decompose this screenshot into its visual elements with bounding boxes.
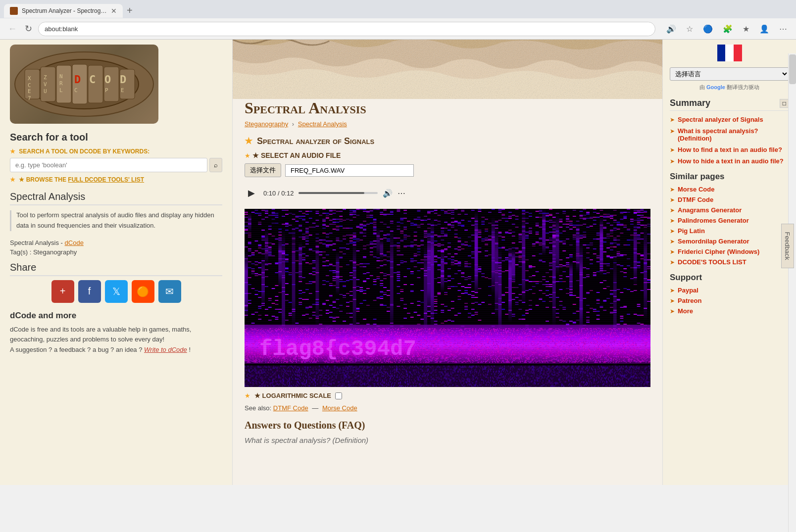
svg-rect-3: [41, 67, 55, 101]
scrollbar-thumb[interactable]: [789, 54, 796, 84]
read-aloud-icon[interactable]: 🔊: [663, 22, 679, 36]
svg-text:U: U: [44, 88, 47, 95]
profile-circle-icon[interactable]: 🔵: [700, 22, 716, 36]
dcode-link[interactable]: dCode: [65, 239, 84, 246]
tab-favicon: [10, 7, 18, 15]
file-name-display: FREQ_FLAG.WAV: [285, 164, 414, 177]
svg-text:X: X: [28, 75, 31, 82]
support-link-2[interactable]: More: [678, 307, 693, 315]
similar-item-0: ➤Morse Code: [670, 186, 789, 193]
browse-full-list-link[interactable]: full dCode tools' list: [68, 176, 144, 183]
similar-item-6: ➤Friderici Cipher (Windows): [670, 248, 789, 255]
refresh-button[interactable]: ↻: [23, 21, 34, 36]
support-arrow: ➤: [670, 287, 675, 294]
share-email-button[interactable]: ✉: [158, 280, 181, 303]
extensions-icon[interactable]: 🧩: [720, 22, 736, 36]
svg-text:P: P: [105, 87, 108, 94]
breadcrumb-separator: ›: [292, 120, 294, 128]
search-section-title: Search for a tool: [10, 132, 222, 143]
language-select[interactable]: 选择语言: [670, 67, 789, 81]
new-tab-button[interactable]: +: [123, 3, 137, 18]
more-options-button[interactable]: ⋯: [398, 189, 405, 198]
svg-text:7: 7: [28, 95, 31, 101]
summary-item-0: ➤Spectral analyzer of Signals: [670, 116, 789, 123]
search-button[interactable]: ⌕: [209, 158, 222, 172]
search-input[interactable]: [10, 158, 207, 172]
page-title: Spectral Analysis: [245, 99, 650, 117]
see-also-separator: —: [312, 404, 318, 412]
similar-item-5: ➤Semordnilap Generator: [670, 238, 789, 245]
log-scale-row: ★ ★ Logarithmic scale: [245, 392, 650, 399]
similar-link-7[interactable]: DCODE'S TOOLS LIST: [678, 258, 746, 266]
address-bar: ← ↻ 🔊 ☆ 🔵 🧩 ★ 👤 ⋯: [0, 18, 796, 39]
see-also-dtmf-link[interactable]: DTMF Code: [273, 404, 308, 412]
similar-arrow: ➤: [670, 248, 675, 255]
file-select-label: ★ ★ Select an audio file: [245, 151, 650, 159]
similar-link-3[interactable]: Palindromes Generator: [678, 217, 749, 224]
audio-player: ▶ 0:10 / 0:12 🔊 ⋯: [245, 183, 650, 203]
favorites-icon[interactable]: ☆: [683, 22, 696, 36]
dcode-desc-end: !: [189, 346, 191, 353]
volume-button[interactable]: 🔊: [383, 189, 393, 198]
tool-section-title: ★ Spectral analyzer of Signals: [245, 136, 650, 146]
description-block: Tool to perform spectral analysis of aud…: [10, 210, 222, 231]
search-label-text: SEARCH A TOOL ON DCODE BY KEYWORDS:: [19, 148, 149, 155]
tab-close-button[interactable]: ✕: [111, 7, 117, 15]
faq-question-1: What is spectral analysis? (Definition): [245, 436, 650, 444]
similar-item-2: ➤Anagrams Generator: [670, 206, 789, 214]
share-add-button[interactable]: +: [51, 280, 74, 303]
summary-link-3[interactable]: How to hide a text in an audio file?: [678, 157, 784, 165]
support-link-1[interactable]: Patreon: [678, 297, 701, 304]
summary-item-2: ➤How to find a text in an audio file?: [670, 146, 789, 153]
svg-text:E: E: [28, 88, 31, 95]
google-translate-suffix: 翻译强力驱动: [727, 84, 759, 90]
user-icon[interactable]: 👤: [756, 22, 772, 36]
progress-bar[interactable]: [298, 192, 378, 194]
share-twitter-button[interactable]: 𝕏: [105, 280, 128, 303]
back-button[interactable]: ←: [6, 22, 19, 36]
menu-icon[interactable]: ⋯: [776, 22, 790, 36]
similar-link-2[interactable]: Anagrams Generator: [678, 206, 742, 214]
share-reddit-button[interactable]: 🟠: [132, 280, 154, 303]
share-facebook-button[interactable]: f: [78, 280, 101, 303]
star-icon: ★: [10, 148, 15, 155]
breadcrumb: Steganography › Spectral Analysis: [245, 120, 650, 128]
play-button[interactable]: ▶: [245, 186, 258, 200]
spectrogram-canvas: [245, 209, 650, 387]
svg-text:D: D: [74, 73, 81, 86]
browse-text: ★ Browse the: [19, 176, 66, 183]
summary-arrow: ➤: [670, 116, 675, 123]
breadcrumb-steganography-link[interactable]: Steganography: [245, 120, 288, 128]
address-input[interactable]: [38, 22, 655, 36]
similar-link-4[interactable]: Pig Latin: [678, 227, 705, 235]
similar-link-6[interactable]: Friderici Cipher (Windows): [678, 248, 759, 255]
similar-item-7: ➤DCODE'S TOOLS LIST: [670, 258, 789, 266]
log-scale-checkbox[interactable]: [335, 392, 342, 399]
file-select-text: ★ Select an audio file: [252, 151, 341, 159]
svg-text:C: C: [89, 73, 96, 86]
support-link-0[interactable]: Paypal: [678, 287, 698, 294]
active-tab[interactable]: Spectrum Analyzer - Spectrogran... ✕: [4, 4, 123, 18]
choose-file-button[interactable]: 选择文件: [245, 163, 281, 177]
summary-link-1[interactable]: What is spectral analysis? (Definition): [678, 127, 789, 142]
see-also-morse-link[interactable]: Morse Code: [322, 404, 357, 412]
summary-link-0[interactable]: Spectral analyzer of Signals: [678, 116, 763, 123]
similar-link-1[interactable]: DTMF Code: [678, 196, 713, 203]
breadcrumb-spectral-link[interactable]: Spectral Analysis: [298, 120, 347, 128]
file-input-row: 选择文件 FREQ_FLAG.WAV: [245, 163, 650, 177]
summary-arrow: ➤: [670, 146, 675, 153]
spectrogram-container: [245, 209, 650, 387]
flag-icon-area: [670, 45, 789, 61]
similar-link-5[interactable]: Semordnilap Generator: [678, 238, 749, 245]
logo-area: X C Z V N R D C C O D E U L P: [10, 45, 222, 124]
favorites-star-icon[interactable]: ★: [740, 22, 752, 36]
share-section: Share + f 𝕏 🟠 ✉: [10, 262, 222, 303]
summary-link-2[interactable]: How to find a text in an audio file?: [678, 146, 782, 153]
write-to-dcode-link[interactable]: Write to dCode: [144, 346, 187, 353]
file-select-star: ★: [245, 152, 250, 159]
feedback-tab[interactable]: Feedback: [781, 224, 794, 268]
progress-bar-container[interactable]: [298, 192, 378, 194]
similar-arrow: ➤: [670, 186, 675, 193]
search-input-row: ⌕: [10, 158, 222, 172]
similar-link-0[interactable]: Morse Code: [678, 186, 714, 193]
